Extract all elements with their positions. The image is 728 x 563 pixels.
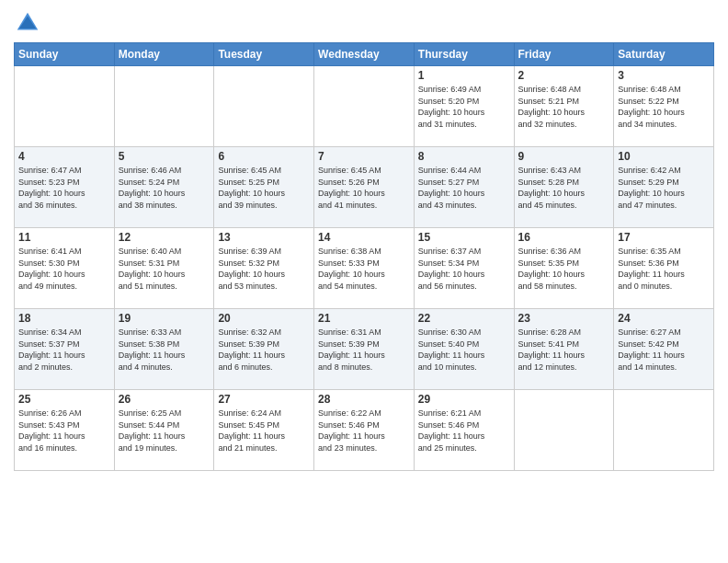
- week-row-2: 11Sunrise: 6:41 AMSunset: 5:30 PMDayligh…: [15, 228, 714, 309]
- day-number: 21: [318, 312, 410, 325]
- day-info: Sunrise: 6:46 AMSunset: 5:24 PMDaylight:…: [119, 165, 210, 211]
- day-number: 9: [518, 150, 610, 163]
- day-number: 5: [119, 150, 210, 163]
- calendar-cell: 23Sunrise: 6:28 AMSunset: 5:41 PMDayligh…: [514, 309, 614, 390]
- calendar-table: SundayMondayTuesdayWednesdayThursdayFrid…: [14, 42, 714, 471]
- calendar-cell: [214, 66, 314, 147]
- day-number: 4: [18, 150, 110, 163]
- day-info: Sunrise: 6:31 AMSunset: 5:39 PMDaylight:…: [318, 327, 410, 373]
- calendar-cell: 24Sunrise: 6:27 AMSunset: 5:42 PMDayligh…: [614, 309, 714, 390]
- col-header-monday: Monday: [114, 43, 214, 66]
- calendar-cell: 13Sunrise: 6:39 AMSunset: 5:32 PMDayligh…: [214, 228, 314, 309]
- day-number: 1: [418, 69, 510, 82]
- day-info: Sunrise: 6:49 AMSunset: 5:20 PMDaylight:…: [418, 84, 510, 130]
- calendar-cell: 26Sunrise: 6:25 AMSunset: 5:44 PMDayligh…: [114, 390, 214, 471]
- col-header-sunday: Sunday: [15, 43, 115, 66]
- day-number: 10: [618, 150, 710, 163]
- day-info: Sunrise: 6:27 AMSunset: 5:42 PMDaylight:…: [618, 327, 710, 373]
- calendar-cell: 20Sunrise: 6:32 AMSunset: 5:39 PMDayligh…: [214, 309, 314, 390]
- calendar-cell: 8Sunrise: 6:44 AMSunset: 5:27 PMDaylight…: [414, 147, 514, 228]
- calendar-cell: 7Sunrise: 6:45 AMSunset: 5:26 PMDaylight…: [314, 147, 415, 228]
- day-info: Sunrise: 6:48 AMSunset: 5:21 PMDaylight:…: [518, 84, 610, 130]
- col-header-tuesday: Tuesday: [214, 43, 314, 66]
- calendar-cell: 25Sunrise: 6:26 AMSunset: 5:43 PMDayligh…: [15, 390, 115, 471]
- day-number: 18: [18, 312, 110, 325]
- day-info: Sunrise: 6:26 AMSunset: 5:43 PMDaylight:…: [18, 408, 110, 454]
- day-number: 25: [18, 393, 110, 406]
- day-number: 3: [618, 69, 710, 82]
- calendar-cell: [614, 390, 714, 471]
- calendar-cell: 2Sunrise: 6:48 AMSunset: 5:21 PMDaylight…: [514, 66, 614, 147]
- calendar-cell: 10Sunrise: 6:42 AMSunset: 5:29 PMDayligh…: [614, 147, 714, 228]
- calendar-cell: 9Sunrise: 6:43 AMSunset: 5:28 PMDaylight…: [514, 147, 614, 228]
- day-info: Sunrise: 6:44 AMSunset: 5:27 PMDaylight:…: [418, 165, 510, 211]
- logo-icon: [14, 9, 41, 37]
- day-info: Sunrise: 6:39 AMSunset: 5:32 PMDaylight:…: [218, 246, 310, 292]
- day-info: Sunrise: 6:43 AMSunset: 5:28 PMDaylight:…: [518, 165, 610, 211]
- day-number: 12: [119, 231, 210, 244]
- week-row-1: 4Sunrise: 6:47 AMSunset: 5:23 PMDaylight…: [15, 147, 714, 228]
- col-header-friday: Friday: [514, 43, 614, 66]
- day-number: 7: [318, 150, 410, 163]
- day-number: 16: [518, 231, 610, 244]
- logo: [14, 9, 45, 37]
- day-info: Sunrise: 6:24 AMSunset: 5:45 PMDaylight:…: [218, 408, 310, 454]
- day-info: Sunrise: 6:41 AMSunset: 5:30 PMDaylight:…: [18, 246, 110, 292]
- day-info: Sunrise: 6:47 AMSunset: 5:23 PMDaylight:…: [18, 165, 110, 211]
- calendar-cell: 14Sunrise: 6:38 AMSunset: 5:33 PMDayligh…: [314, 228, 415, 309]
- day-number: 24: [618, 312, 710, 325]
- calendar-cell: 21Sunrise: 6:31 AMSunset: 5:39 PMDayligh…: [314, 309, 415, 390]
- calendar-cell: 5Sunrise: 6:46 AMSunset: 5:24 PMDaylight…: [114, 147, 214, 228]
- day-number: 13: [218, 231, 310, 244]
- day-number: 6: [218, 150, 310, 163]
- day-number: 22: [418, 312, 510, 325]
- day-number: 17: [618, 231, 710, 244]
- calendar-cell: 6Sunrise: 6:45 AMSunset: 5:25 PMDaylight…: [214, 147, 314, 228]
- day-info: Sunrise: 6:38 AMSunset: 5:33 PMDaylight:…: [318, 246, 410, 292]
- header: [14, 9, 714, 37]
- day-number: 26: [119, 393, 210, 406]
- week-row-4: 25Sunrise: 6:26 AMSunset: 5:43 PMDayligh…: [15, 390, 714, 471]
- calendar-cell: 12Sunrise: 6:40 AMSunset: 5:31 PMDayligh…: [114, 228, 214, 309]
- day-number: 15: [418, 231, 510, 244]
- calendar-cell: 29Sunrise: 6:21 AMSunset: 5:46 PMDayligh…: [414, 390, 514, 471]
- day-info: Sunrise: 6:32 AMSunset: 5:39 PMDaylight:…: [218, 327, 310, 373]
- day-number: 8: [418, 150, 510, 163]
- day-number: 27: [218, 393, 310, 406]
- calendar-cell: 18Sunrise: 6:34 AMSunset: 5:37 PMDayligh…: [15, 309, 115, 390]
- day-number: 20: [218, 312, 310, 325]
- day-info: Sunrise: 6:35 AMSunset: 5:36 PMDaylight:…: [618, 246, 710, 292]
- calendar-cell: [15, 66, 115, 147]
- day-number: 2: [518, 69, 610, 82]
- day-info: Sunrise: 6:21 AMSunset: 5:46 PMDaylight:…: [418, 408, 510, 454]
- calendar-cell: 27Sunrise: 6:24 AMSunset: 5:45 PMDayligh…: [214, 390, 314, 471]
- calendar-cell: 15Sunrise: 6:37 AMSunset: 5:34 PMDayligh…: [414, 228, 514, 309]
- col-header-thursday: Thursday: [414, 43, 514, 66]
- day-number: 14: [318, 231, 410, 244]
- day-info: Sunrise: 6:34 AMSunset: 5:37 PMDaylight:…: [18, 327, 110, 373]
- col-header-saturday: Saturday: [614, 43, 714, 66]
- day-number: 11: [18, 231, 110, 244]
- day-info: Sunrise: 6:42 AMSunset: 5:29 PMDaylight:…: [618, 165, 710, 211]
- calendar-cell: 22Sunrise: 6:30 AMSunset: 5:40 PMDayligh…: [414, 309, 514, 390]
- calendar-cell: [114, 66, 214, 147]
- calendar-cell: [514, 390, 614, 471]
- calendar-cell: 1Sunrise: 6:49 AMSunset: 5:20 PMDaylight…: [414, 66, 514, 147]
- calendar-cell: 11Sunrise: 6:41 AMSunset: 5:30 PMDayligh…: [15, 228, 115, 309]
- day-number: 28: [318, 393, 410, 406]
- col-header-wednesday: Wednesday: [314, 43, 415, 66]
- day-number: 19: [119, 312, 210, 325]
- page: SundayMondayTuesdayWednesdayThursdayFrid…: [0, 0, 728, 563]
- day-info: Sunrise: 6:33 AMSunset: 5:38 PMDaylight:…: [119, 327, 210, 373]
- day-info: Sunrise: 6:40 AMSunset: 5:31 PMDaylight:…: [119, 246, 210, 292]
- day-info: Sunrise: 6:45 AMSunset: 5:25 PMDaylight:…: [218, 165, 310, 211]
- calendar-cell: 19Sunrise: 6:33 AMSunset: 5:38 PMDayligh…: [114, 309, 214, 390]
- day-info: Sunrise: 6:25 AMSunset: 5:44 PMDaylight:…: [119, 408, 210, 454]
- day-number: 23: [518, 312, 610, 325]
- calendar-cell: 3Sunrise: 6:48 AMSunset: 5:22 PMDaylight…: [614, 66, 714, 147]
- calendar-cell: 4Sunrise: 6:47 AMSunset: 5:23 PMDaylight…: [15, 147, 115, 228]
- day-info: Sunrise: 6:37 AMSunset: 5:34 PMDaylight:…: [418, 246, 510, 292]
- day-info: Sunrise: 6:45 AMSunset: 5:26 PMDaylight:…: [318, 165, 410, 211]
- calendar-cell: [314, 66, 415, 147]
- week-row-0: 1Sunrise: 6:49 AMSunset: 5:20 PMDaylight…: [15, 66, 714, 147]
